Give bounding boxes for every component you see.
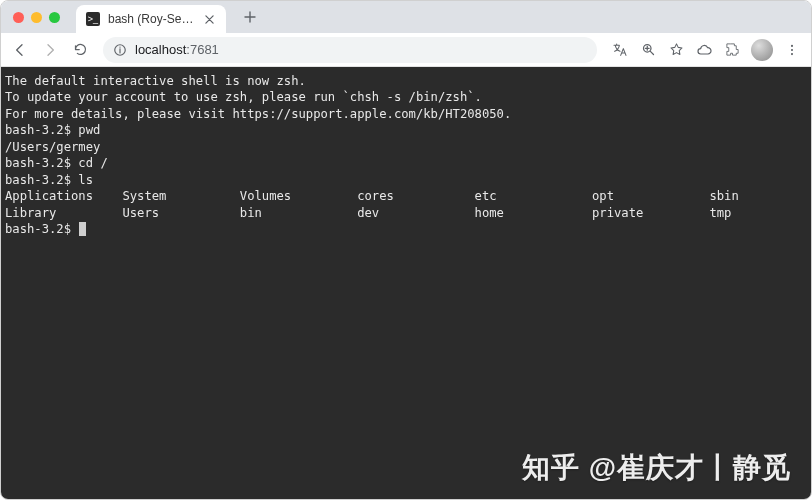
browser-tab[interactable]: >_ bash (Roy-Server.fareast.corp bbox=[76, 5, 226, 33]
terminal-viewport[interactable]: The default interactive shell is now zsh… bbox=[1, 67, 811, 499]
browser-window: >_ bash (Roy-Server.fareast.corp localho… bbox=[0, 0, 812, 500]
reload-button[interactable] bbox=[67, 37, 93, 63]
profile-avatar[interactable] bbox=[751, 39, 773, 61]
browser-toolbar: localhost:7681 bbox=[1, 33, 811, 67]
cloud-icon[interactable] bbox=[691, 37, 717, 63]
new-tab-button[interactable] bbox=[238, 5, 262, 29]
svg-line-4 bbox=[650, 51, 653, 54]
terminal-favicon-icon: >_ bbox=[86, 12, 100, 26]
zoom-icon[interactable] bbox=[635, 37, 661, 63]
svg-point-7 bbox=[791, 44, 793, 46]
maximize-window-button[interactable] bbox=[49, 12, 60, 23]
tab-close-button[interactable] bbox=[202, 12, 216, 26]
site-info-icon[interactable] bbox=[113, 43, 127, 57]
minimize-window-button[interactable] bbox=[31, 12, 42, 23]
svg-point-2 bbox=[119, 46, 120, 47]
tab-title: bash (Roy-Server.fareast.corp bbox=[108, 12, 194, 26]
translate-icon[interactable] bbox=[607, 37, 633, 63]
menu-icon[interactable] bbox=[779, 37, 805, 63]
window-controls bbox=[13, 12, 60, 23]
terminal-cursor bbox=[79, 222, 86, 236]
bookmark-star-icon[interactable] bbox=[663, 37, 689, 63]
forward-button[interactable] bbox=[37, 37, 63, 63]
svg-point-8 bbox=[791, 48, 793, 50]
tab-strip: >_ bash (Roy-Server.fareast.corp bbox=[1, 1, 811, 33]
svg-point-9 bbox=[791, 53, 793, 55]
close-window-button[interactable] bbox=[13, 12, 24, 23]
address-bar[interactable]: localhost:7681 bbox=[103, 37, 597, 63]
url-text: localhost:7681 bbox=[135, 42, 219, 57]
back-button[interactable] bbox=[7, 37, 33, 63]
extensions-icon[interactable] bbox=[719, 37, 745, 63]
toolbar-right-icons bbox=[607, 37, 805, 63]
